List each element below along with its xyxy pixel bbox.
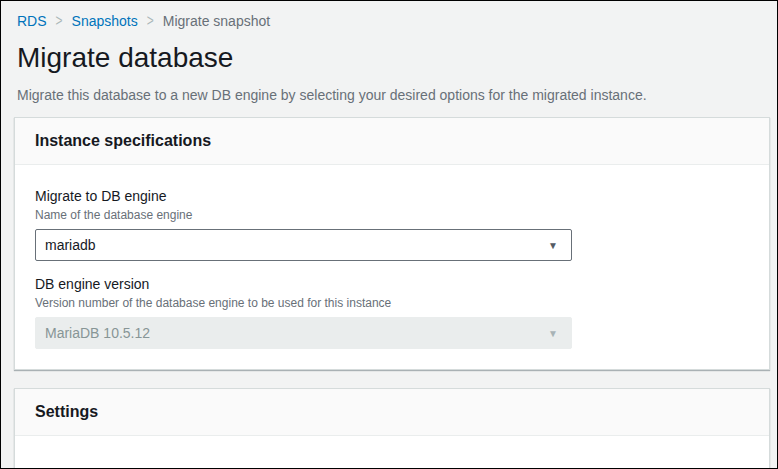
breadcrumb-chevron-icon: >	[56, 11, 63, 32]
chevron-down-icon: ▼	[548, 240, 558, 251]
breadcrumb: RDS > Snapshots > Migrate snapshot	[17, 13, 761, 29]
settings-title: Settings	[35, 402, 749, 422]
page-description: Migrate this database to a new DB engine…	[17, 85, 761, 105]
rds-migrate-database-page: RDS > Snapshots > Migrate snapshot Migra…	[0, 0, 778, 469]
db-engine-version-field: DB engine version Version number of the …	[35, 275, 749, 349]
db-engine-label: Migrate to DB engine	[35, 187, 749, 205]
db-engine-version-help-text: Version number of the database engine to…	[35, 295, 749, 311]
instance-specifications-body: Migrate to DB engine Name of the databas…	[15, 165, 769, 369]
db-engine-version-label: DB engine version	[35, 275, 749, 293]
settings-body	[15, 436, 769, 469]
instance-specifications-header: Instance specifications	[15, 118, 769, 165]
db-engine-version-select-value: MariaDB 10.5.12	[45, 325, 150, 341]
chevron-down-icon: ▼	[548, 328, 558, 339]
instance-specifications-card: Instance specifications Migrate to DB en…	[14, 117, 770, 370]
db-engine-help-text: Name of the database engine	[35, 207, 749, 223]
settings-card: Settings	[14, 388, 770, 469]
breadcrumb-chevron-icon: >	[147, 11, 154, 32]
breadcrumb-link-snapshots[interactable]: Snapshots	[72, 13, 138, 29]
breadcrumb-link-rds[interactable]: RDS	[17, 13, 47, 29]
breadcrumb-current-page: Migrate snapshot	[163, 13, 270, 29]
db-engine-select[interactable]: mariadb ▼	[35, 229, 572, 261]
db-engine-version-select-disabled: MariaDB 10.5.12 ▼	[35, 317, 572, 349]
page-title: Migrate database	[17, 41, 761, 75]
db-engine-select-value: mariadb	[45, 237, 96, 253]
migrate-to-db-engine-field: Migrate to DB engine Name of the databas…	[35, 187, 749, 261]
settings-header: Settings	[15, 389, 769, 436]
instance-specifications-title: Instance specifications	[35, 131, 749, 151]
